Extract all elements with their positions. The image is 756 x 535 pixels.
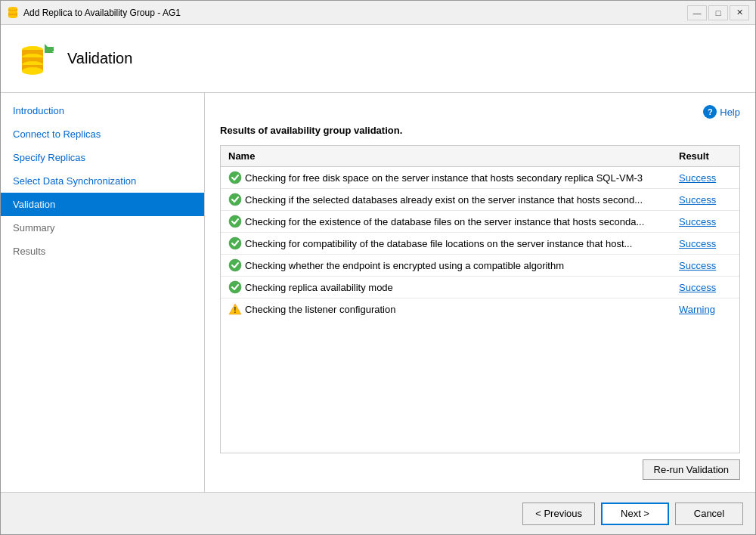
window-title: Add Replica to Availability Group - AG1 [23,8,687,18]
success-result-link[interactable]: Success [679,282,716,293]
svg-point-17 [229,193,241,206]
svg-point-16 [229,172,241,184]
result-cell-6[interactable]: Warning [671,298,739,320]
previous-button[interactable]: < Previous [522,503,595,525]
name-cell-0: Checking for free disk space on the serv… [221,167,671,189]
help-link[interactable]: ? Help [703,105,740,119]
success-result-link[interactable]: Success [679,238,716,249]
result-cell-3[interactable]: Success [671,233,739,255]
wizard-title: Validation [67,50,132,67]
name-cell-2: Checking for the existence of the databa… [221,211,671,233]
svg-point-15 [22,67,43,75]
svg-point-6 [8,15,17,18]
main-panel: ? Help Results of availability group val… [205,93,755,492]
sidebar-item-specify-replicas[interactable]: Specify Replicas [1,146,204,169]
sidebar-item-introduction[interactable]: Introduction [1,99,204,122]
row-name-text: Checking whether the endpoint is encrypt… [245,260,564,271]
success-icon [228,215,242,228]
help-icon: ? [703,105,717,119]
header-icon [16,39,55,79]
sidebar-item-summary: Summary [1,216,204,240]
cancel-button[interactable]: Cancel [675,503,743,525]
table-row: Checking whether the endpoint is encrypt… [221,255,739,277]
result-cell-2[interactable]: Success [671,211,739,233]
window-controls: — □ ✕ [687,5,749,20]
table-row: ! Checking the listener configurationWar… [221,298,739,320]
maximize-button[interactable]: □ [708,5,728,20]
content-area: IntroductionConnect to ReplicasSpecify R… [1,93,755,492]
success-result-link[interactable]: Success [679,194,716,206]
sidebar-item-select-data-sync[interactable]: Select Data Synchronization [1,169,204,193]
title-bar: Add Replica to Availability Group - AG1 … [1,1,755,25]
col-name: Name [221,146,671,167]
validation-table: Name Result Checking for free disk space… [221,146,739,320]
success-result-link[interactable]: Success [679,260,716,271]
svg-rect-8 [45,47,54,51]
result-cell-5[interactable]: Success [671,277,739,298]
warning-result-link[interactable]: Warning [679,304,715,315]
row-name-text: Checking for the existence of the databa… [245,216,644,227]
rerun-validation-button[interactable]: Re-run Validation [643,459,740,480]
close-button[interactable]: ✕ [730,5,749,20]
result-cell-0[interactable]: Success [671,167,739,189]
svg-point-19 [229,237,241,249]
success-icon [228,193,242,206]
result-cell-4[interactable]: Success [671,255,739,277]
table-row: Checking replica availability modeSucces… [221,277,739,298]
success-result-link[interactable]: Success [679,216,716,227]
col-result: Result [671,146,739,167]
section-title: Results of availability group validation… [220,125,740,136]
svg-point-18 [229,215,241,227]
name-cell-5: Checking replica availability mode [221,277,671,298]
success-icon [228,171,242,184]
row-name-text: Checking for free disk space on the serv… [245,172,643,184]
name-cell-6: ! Checking the listener configuration [221,298,671,320]
sidebar-item-validation[interactable]: Validation [1,193,204,216]
success-icon [228,237,242,250]
success-result-link[interactable]: Success [679,172,716,184]
bottom-area: Re-run Validation [220,453,740,480]
row-name-text: Checking replica availability mode [245,282,393,293]
rerun-row: Re-run Validation [220,453,740,480]
next-button[interactable]: Next > [601,503,669,525]
success-icon [228,258,242,272]
svg-point-20 [229,259,241,271]
svg-text:!: ! [234,306,236,314]
success-icon [228,280,242,294]
sidebar: IntroductionConnect to ReplicasSpecify R… [1,93,205,492]
name-cell-4: Checking whether the endpoint is encrypt… [221,255,671,277]
row-name-text: Checking the listener configuration [245,304,395,315]
table-row: Checking for compatibility of the databa… [221,233,739,255]
wizard-header: Validation [1,25,755,93]
svg-point-21 [229,281,241,293]
minimize-button[interactable]: — [687,5,707,20]
svg-point-3 [8,11,17,14]
sidebar-item-results: Results [1,240,204,263]
help-row: ? Help [220,105,740,119]
row-name-text: Checking for compatibility of the databa… [245,238,632,249]
window-icon [7,7,19,19]
name-cell-3: Checking for compatibility of the databa… [221,233,671,255]
table-header-row: Name Result [221,146,739,167]
footer: < Previous Next > Cancel [1,492,755,534]
result-cell-1[interactable]: Success [671,189,739,211]
help-label: Help [720,107,740,118]
table-row: Checking for free disk space on the serv… [221,167,739,189]
table-body: Checking for free disk space on the serv… [221,167,739,320]
validation-table-wrapper: Name Result Checking for free disk space… [220,145,740,453]
table-row: Checking for the existence of the databa… [221,211,739,233]
warning-icon: ! [228,302,242,316]
main-window: Add Replica to Availability Group - AG1 … [0,0,756,535]
sidebar-item-connect-to-replicas[interactable]: Connect to Replicas [1,122,204,146]
svg-point-2 [8,7,17,10]
table-row: Checking if the selected databases alrea… [221,189,739,211]
row-name-text: Checking if the selected databases alrea… [245,194,643,206]
name-cell-1: Checking if the selected databases alrea… [221,189,671,211]
